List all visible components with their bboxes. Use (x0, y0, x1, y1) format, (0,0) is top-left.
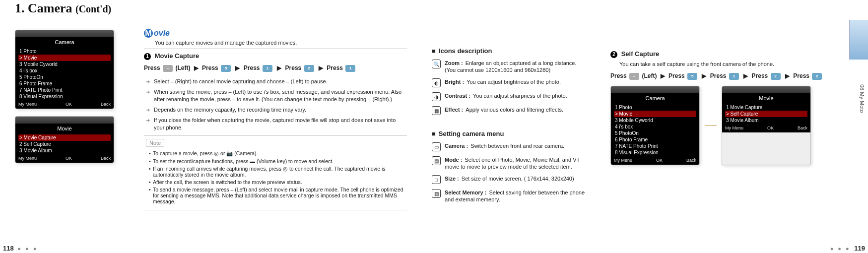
definition-row: ▤Mode : Select one of Photo, Movie, Movi… (432, 156, 586, 170)
note-item: To capture a movie, press ◎ or 📷 (Camera… (149, 150, 405, 157)
shot-title: Camera (611, 93, 699, 104)
definition-row: ▥Select Memory : Select saving folder be… (432, 189, 586, 203)
shot-body: Camera 1 Photo> Movie3 Mobile Cyworld4 i… (611, 93, 699, 165)
definition-icon: ▭ (432, 142, 441, 151)
definition-row: □Size : Set size of movie screen. ( 176x… (432, 175, 586, 184)
key-icon: – (163, 65, 173, 72)
device-shot-camera-2: Camera 1 Photo> Movie3 Mobile Cyworld4 i… (610, 86, 700, 165)
softkey-left: My Menu (18, 156, 37, 161)
shot-statusbar (722, 86, 810, 93)
note-item: If an incoming call arrives while captur… (149, 166, 405, 178)
page-number-left: 118 ● ● ● (3, 245, 40, 252)
press-label: Press (710, 72, 727, 79)
self-capture-heading: 2 Self Capture (610, 50, 848, 58)
softkey-right: Back (101, 156, 111, 161)
key-icon: 1 (729, 73, 739, 80)
shot-body: Movie 1 Movie Capture> Self Capture3 Mov… (722, 93, 810, 132)
shot-softkeys: My Menu OK Back (15, 155, 114, 163)
press-label: Press (668, 72, 685, 79)
shot-menu-item: > Movie (18, 55, 111, 61)
manual-spread: 1. Camera (Cont'd) Camera 1 Photo> Movie… (0, 0, 868, 253)
definition-body: Effect : Apply various colors and filter… (445, 106, 586, 115)
definition-icon: ▤ (432, 156, 441, 165)
feature-rest: ovie (154, 29, 170, 37)
definition-body: Mode : Select one of Photo, Movie, Movie… (445, 156, 586, 170)
definition-label: Camera : (445, 143, 469, 149)
shot-statusbar (15, 30, 114, 37)
shot-menu-item: 7 NATE Photo Print (18, 87, 111, 93)
feature-letter: M (144, 29, 153, 38)
shot-menu-item: 5 PhotoOn (614, 130, 696, 136)
icons-settings-column: Icons description 🔍Zoom : Enlarge an obj… (417, 0, 596, 253)
step-title: Self Capture (621, 50, 660, 58)
settings-heading: Setting camera menu (432, 130, 586, 137)
softkey-center: OK (66, 156, 72, 161)
shot-menu-item: 3 Mobile Cyworld (614, 117, 696, 124)
key-icon: 5 (221, 65, 231, 72)
instruction-item: When saving the movie, press – (Left) to… (146, 88, 407, 103)
page-dots: ● ● ● (17, 246, 38, 252)
step-number: 1 (144, 53, 151, 60)
arrow-icon: ▶ (277, 64, 281, 71)
softkey-center: OK (66, 102, 72, 107)
key-icon: 2 (812, 73, 822, 80)
shot-statusbar (15, 117, 114, 124)
arrow-icon: ▶ (235, 64, 240, 71)
shot-menu-item: 3 Mobile Cyworld (18, 61, 111, 67)
definition-body: Bright : You can adjust brightness of th… (445, 78, 586, 87)
shot-menu-item: 1 Photo (18, 48, 111, 55)
feature-subtext: You can capture movies and manage the ca… (155, 40, 407, 46)
instruction-item: If you close the folder when capturing t… (146, 117, 407, 131)
definition-icon: ▦ (432, 106, 441, 115)
press-label: Press (327, 64, 343, 71)
step-title: Movie Capture (155, 52, 200, 60)
section-side-label: 08 My Moto (859, 84, 865, 113)
press-label: Press (752, 72, 768, 79)
shot-menu-item: 4 i's box (614, 124, 696, 130)
self-capture-shots: Camera 1 Photo> Movie3 Mobile Cyworld4 i… (610, 86, 848, 165)
shot-softkeys: My Menu OK Back (15, 101, 114, 109)
shot-softkeys: My Menu OK Back (722, 125, 810, 132)
movie-capture-heading: 1 Movie Capture (144, 52, 407, 60)
shot-menu-item: 7 NATE Photo Print (614, 143, 696, 149)
press-label: Press (244, 64, 260, 71)
key-sequence: Press – (Left) ▶ Press 5 ▶ Press 1 ▶ Pre… (610, 71, 848, 81)
softkey-right: Back (686, 158, 696, 163)
shot-statusbar (611, 86, 699, 93)
key-icon: 5 (687, 73, 697, 80)
key-icon: 1 (263, 65, 272, 72)
press-label: Press (144, 64, 160, 71)
definition-icon: ◐ (432, 78, 441, 87)
page-number-right: ● ● ● 119 (828, 245, 865, 252)
instruction-item: Select – (Right) to cancel movie capturi… (146, 78, 407, 85)
divider (144, 49, 407, 49)
page-dots: ● ● ● (830, 246, 851, 252)
note-box: Note To capture a movie, press ◎ or 📷 (C… (144, 135, 407, 210)
note-item: To set the record/capture functions, pre… (149, 158, 405, 164)
shot-menu-item: 3 Movie Album (18, 147, 111, 154)
softkey-center: OK (767, 126, 774, 130)
definition-body: Camera : Switch between front and rear c… (445, 142, 586, 151)
shot-menu-item: > Self Capture (725, 111, 807, 117)
definition-label: Effect : (445, 107, 465, 113)
arrow-icon: ▶ (702, 72, 706, 79)
key-icon: – (629, 73, 639, 80)
definition-body: Select Memory : Select saving folder bet… (445, 189, 586, 203)
arrow-icon: ▶ (194, 64, 199, 71)
definition-body: Contrast : You can adjust sharpness of t… (445, 92, 586, 101)
press-label: Press (285, 64, 302, 71)
note-item: To send a movie message, press – (Left) … (149, 187, 405, 204)
definition-row: ◐Bright : You can adjust brightness of t… (432, 78, 586, 87)
definition-body: Size : Set size of movie screen. ( 176x1… (445, 175, 586, 184)
device-shot-movie: Movie > Movie Capture2 Self Capture3 Mov… (15, 116, 114, 163)
self-capture-section: 2 Self Capture You can take a self captu… (596, 0, 868, 253)
page-num: 119 (854, 245, 865, 252)
page-num: 118 (3, 245, 14, 252)
arrow-icon: ▶ (743, 72, 748, 79)
definition-icon: ▥ (432, 189, 441, 198)
softkey-right: Back (101, 102, 111, 107)
connector-line (705, 86, 717, 165)
definition-icon: 🔍 (432, 60, 441, 68)
softkey-left: My Menu (18, 102, 37, 107)
definition-label: Contrast : (445, 93, 472, 99)
